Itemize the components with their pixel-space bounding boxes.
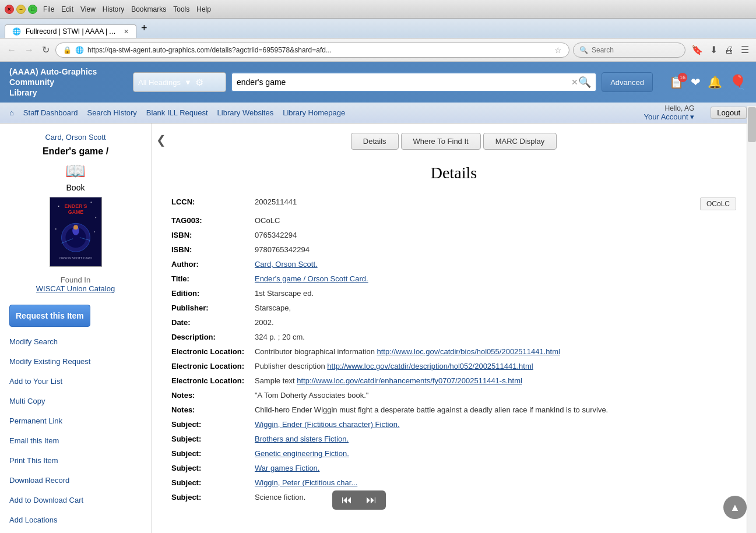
table-row: Electronic Location: Contributor biograp… <box>167 345 741 358</box>
back-button[interactable]: ← <box>5 44 19 57</box>
address-input[interactable] <box>87 46 551 54</box>
menu-help[interactable]: Help <box>196 5 211 13</box>
table-row: Edition: 1st Starscape ed. <box>167 287 741 300</box>
field-label-subject4: Subject: <box>167 461 249 475</box>
nav-home-link[interactable]: ⌂ <box>9 108 14 117</box>
sidebar-permanent-link[interactable]: Permanent Link <box>9 415 142 426</box>
scrollbar[interactable] <box>747 106 756 533</box>
forward-button[interactable]: → <box>22 44 36 57</box>
bookmark-manager-icon[interactable]: 🔖 <box>689 43 705 57</box>
minimize-button[interactable]: – <box>16 5 26 14</box>
sidebar-multi-copy[interactable]: Multi Copy <box>9 396 142 407</box>
table-row: Date: 2002. <box>167 316 741 329</box>
request-item-button[interactable]: Request this Item <box>9 305 90 327</box>
menu-tools[interactable]: Tools <box>173 5 189 13</box>
subject1-link[interactable]: Wiggin, Ender (Fictitious character) Fic… <box>255 420 400 429</box>
table-row: Subject: Genetic engineering Fiction. <box>167 447 741 460</box>
search-go-button[interactable]: 🔍 <box>578 76 591 89</box>
nav-search-history[interactable]: Search History <box>87 108 137 117</box>
search-clear-icon[interactable]: ✕ <box>571 77 578 87</box>
sidebar-add-to-list[interactable]: Add to Your List <box>9 376 142 387</box>
app-logo: (AAAA) Auto-Graphics Community Library <box>9 66 126 98</box>
menu-history[interactable]: History <box>103 5 124 13</box>
sidebar-download-record[interactable]: Download Record <box>9 475 142 486</box>
table-row: Subject: War games Fiction. <box>167 461 741 475</box>
catalog-link[interactable]: WISCAT Union Catalog <box>0 284 151 300</box>
svg-text:ORSON SCOTT CARD: ORSON SCOTT CARD <box>59 256 92 260</box>
eloc1-link[interactable]: http://www.loc.gov/catdir/bios/hol055/20… <box>377 347 560 356</box>
print-icon[interactable]: 🖨 <box>722 43 736 57</box>
table-row: Author: Card, Orson Scott. <box>167 257 741 271</box>
scroll-to-top-button[interactable]: ▲ <box>723 496 747 519</box>
your-account-link[interactable]: Your Account ▾ <box>644 112 694 121</box>
field-value-isbn2: 9780765342294 <box>250 243 741 256</box>
subject3-link[interactable]: Genetic engineering Fiction. <box>255 449 349 458</box>
sidebar-modify-request[interactable]: Modify Existing Request <box>9 356 142 367</box>
media-prev-button[interactable]: ⏮ <box>342 494 352 506</box>
browser-search-input[interactable] <box>592 46 679 54</box>
book-icon: 📖 <box>0 161 151 183</box>
app-search-input[interactable] <box>237 77 571 87</box>
table-row: Electronic Location: Publisher descripti… <box>167 359 741 373</box>
nav-staff-dashboard[interactable]: Staff Dashboard <box>23 108 78 117</box>
maximize-button[interactable]: □ <box>28 5 37 14</box>
tab-marc-display[interactable]: MARC Display <box>483 133 557 150</box>
title-link[interactable]: Ender's game / Orson Scott Card. <box>255 274 368 283</box>
sidebar-author[interactable]: Card, Orson Scott <box>0 133 151 146</box>
lists-icon-button[interactable]: 📋 16 <box>669 75 684 89</box>
field-value-subject3: Genetic engineering Fiction. <box>250 447 741 460</box>
tab-details[interactable]: Details <box>351 133 399 150</box>
new-tab-button[interactable]: + <box>136 21 152 36</box>
bookmark-icon[interactable]: ☆ <box>554 45 562 55</box>
headings-dropdown[interactable]: All Headings ▼ ⚙ <box>133 72 226 92</box>
back-results-button[interactable]: ❮ <box>156 133 166 147</box>
subject2-link[interactable]: Brothers and sisters Fiction. <box>255 435 349 443</box>
sidebar-email-item[interactable]: Email this Item <box>9 435 142 446</box>
sidebar-modify-search[interactable]: Modify Search <box>9 336 142 347</box>
advanced-search-button[interactable]: Advanced <box>602 72 653 92</box>
notifications-icon-button[interactable]: 🔔 <box>708 75 722 89</box>
menu-edit[interactable]: Edit <box>61 5 73 13</box>
subject4-link[interactable]: War games Fiction. <box>255 464 320 472</box>
sidebar-print-item[interactable]: Print This Item <box>9 455 142 466</box>
sidebar: Card, Orson Scott Ender's game / 📖 Book … <box>0 123 152 533</box>
sidebar-add-download-cart[interactable]: Add to Download Cart <box>9 495 142 506</box>
menu-icon[interactable]: ☰ <box>739 43 751 57</box>
download-icon[interactable]: ⬇ <box>708 43 720 57</box>
table-row: Subject: Wiggin, Peter (Fictitious char.… <box>167 476 741 489</box>
nav-blank-ill[interactable]: Blank ILL Request <box>146 108 208 117</box>
active-tab[interactable]: 🌐 Fullrecord | STWI | AAAA | Auto... ✕ <box>5 24 136 38</box>
field-value-subject4: War games Fiction. <box>250 461 741 475</box>
dropdown-arrow: ▼ <box>184 78 192 87</box>
table-row: LCCN: OCoLC 2002511441 <box>167 195 741 213</box>
svg-text:ENDER'S: ENDER'S <box>64 203 87 209</box>
field-value-eloc2: Publisher description http://www.loc.gov… <box>250 359 741 373</box>
author-link[interactable]: Card, Orson Scott. <box>255 260 318 269</box>
menu-file[interactable]: File <box>43 5 54 13</box>
nav-library-websites[interactable]: Library Websites <box>217 108 274 117</box>
menu-view[interactable]: View <box>80 5 96 13</box>
address-icon: 🌐 <box>75 46 84 54</box>
reload-button[interactable]: ↻ <box>40 43 52 57</box>
tab-close-icon[interactable]: ✕ <box>124 28 129 36</box>
logout-button[interactable]: Logout <box>711 107 747 119</box>
close-button[interactable]: ✕ <box>5 5 14 14</box>
app-header: (AAAA) Auto-Graphics Community Library A… <box>0 62 756 103</box>
sidebar-add-locations[interactable]: Add Locations <box>9 514 142 525</box>
subject5-link[interactable]: Wiggin, Peter (Fictitious char... <box>255 478 357 487</box>
field-value-subject5: Wiggin, Peter (Fictitious char... <box>250 476 741 489</box>
field-label-subject2: Subject: <box>167 432 249 446</box>
eloc2-link[interactable]: http://www.loc.gov/catdir/description/ho… <box>327 362 533 370</box>
tab-where-to-find[interactable]: Where To Find It <box>401 133 481 150</box>
table-row: Subject: Science fiction. <box>167 490 741 504</box>
nav-library-homepage[interactable]: Library Homepage <box>283 108 345 117</box>
media-next-button[interactable]: ⏭ <box>366 494 377 506</box>
favorites-icon-button[interactable]: ❤ <box>691 75 701 89</box>
field-label-description: Description: <box>167 330 249 344</box>
book-cover-image: ENDER'S GAME OR <box>50 197 102 267</box>
app-search-box: ✕ 🔍 <box>231 72 597 92</box>
content-area: ❮ Details Where To Find It MARC Display … <box>152 123 756 533</box>
menu-bookmarks[interactable]: Bookmarks <box>131 5 166 13</box>
sidebar-title: Ender's game / <box>0 146 151 161</box>
eloc3-link[interactable]: http://www.loc.gov/catdir/enhancements/f… <box>297 376 522 385</box>
